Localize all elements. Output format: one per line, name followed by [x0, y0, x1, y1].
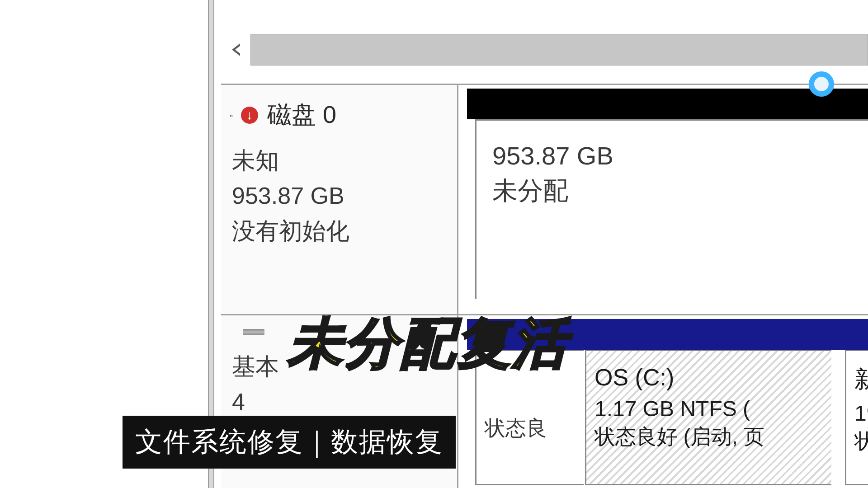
disk-1-size: 4	[230, 384, 448, 419]
disk-0-init: 没有初始化	[230, 213, 448, 249]
partition-1-os-status: 状态良好 (启动, 页	[594, 423, 823, 451]
back-button[interactable]	[221, 34, 250, 66]
chevron-left-icon	[232, 43, 240, 56]
partition-1-new-status: 状	[854, 427, 860, 455]
disk-0-label: 磁盘 0	[267, 99, 336, 131]
video-overlay-title: 未分配复活	[288, 307, 568, 381]
partition-1-colorbar-b	[837, 319, 868, 350]
partition-0-unallocated[interactable]: 953.87 GB 未分配	[475, 119, 868, 299]
partition-0-size: 953.87 GB	[492, 141, 852, 170]
quote-mark: "	[230, 114, 232, 116]
partition-0-colorbar	[467, 89, 868, 119]
disk-0-type: 未知	[230, 143, 448, 178]
disk-0-size: 953.87 GB	[230, 178, 448, 213]
toolbar	[221, 34, 868, 66]
disk-0-info[interactable]: " ↓ 磁盘 0 未知 953.87 GB 没有初始化	[221, 85, 458, 314]
busy-cursor-icon	[809, 71, 834, 97]
disk-management-panel: " ↓ 磁盘 0 未知 953.87 GB 没有初始化 953.87 GB	[214, 0, 868, 488]
partition-1-os[interactable]: OS (C:) 1.17 GB NTFS ( 状态良好 (启动, 页	[585, 350, 831, 485]
app-root: " ↓ 磁盘 0 未知 953.87 GB 没有初始化 953.87 GB	[0, 0, 868, 488]
partition-1-os-fs: 1.17 GB NTFS (	[594, 396, 823, 421]
partition-1-new[interactable]: 新 19 状	[845, 350, 868, 485]
video-overlay-subtitle: 文件系统修复｜数据恢复	[123, 416, 456, 469]
disk-icon	[243, 329, 264, 335]
partition-1-os-title: OS (C:)	[594, 364, 823, 391]
partition-1-new-fs: 19	[854, 401, 860, 426]
disk-row-0: " ↓ 磁盘 0 未知 953.87 GB 没有初始化 953.87 GB	[221, 85, 868, 315]
panel-divider[interactable]	[208, 0, 214, 488]
partition-1-new-title: 新	[854, 364, 860, 395]
error-icon: ↓	[241, 107, 258, 124]
address-bar[interactable]	[250, 34, 868, 66]
partition-0-status: 未分配	[492, 174, 852, 208]
left-sidebar-placeholder	[0, 0, 208, 488]
partition-1-reserved-status: 状态良	[485, 414, 576, 442]
disk-0-header: " ↓ 磁盘 0	[230, 99, 448, 131]
disk-0-partitions: 953.87 GB 未分配	[461, 85, 868, 314]
